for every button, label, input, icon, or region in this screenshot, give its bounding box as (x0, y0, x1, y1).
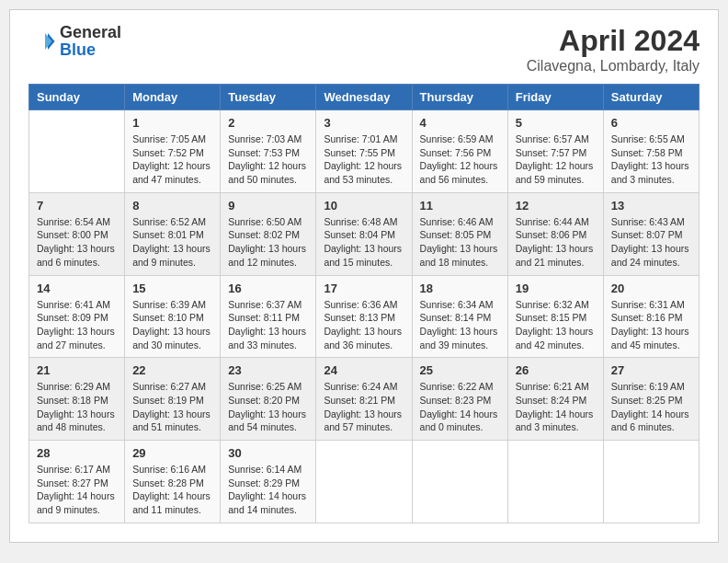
calendar-cell: 2Sunrise: 7:03 AM Sunset: 7:53 PM Daylig… (221, 110, 316, 193)
cell-content: Sunrise: 6:55 AM Sunset: 7:58 PM Dayligh… (611, 132, 691, 187)
calendar-cell: 14Sunrise: 6:41 AM Sunset: 8:09 PM Dayli… (29, 275, 125, 358)
cell-content: Sunrise: 6:14 AM Sunset: 8:29 PM Dayligh… (228, 463, 308, 517)
column-header-friday: Friday (507, 85, 603, 110)
calendar-cell: 30Sunrise: 6:14 AM Sunset: 8:29 PM Dayli… (221, 441, 316, 523)
day-number: 27 (611, 363, 691, 377)
day-number: 23 (228, 363, 308, 377)
week-row-3: 14Sunrise: 6:41 AM Sunset: 8:09 PM Dayli… (29, 275, 700, 358)
day-number: 7 (37, 199, 117, 213)
day-number: 20 (611, 282, 691, 295)
cell-content: Sunrise: 6:57 AM Sunset: 7:57 PM Dayligh… (516, 132, 596, 187)
cell-content: Sunrise: 6:37 AM Sunset: 8:11 PM Dayligh… (228, 298, 308, 352)
column-header-monday: Monday (125, 85, 221, 110)
cell-content: Sunrise: 7:01 AM Sunset: 7:55 PM Dayligh… (324, 132, 404, 187)
day-number: 25 (420, 363, 500, 377)
calendar-cell: 11Sunrise: 6:46 AM Sunset: 8:05 PM Dayli… (412, 192, 507, 275)
cell-content: Sunrise: 6:21 AM Sunset: 8:24 PM Dayligh… (516, 380, 596, 434)
calendar-cell: 23Sunrise: 6:25 AM Sunset: 8:20 PM Dayli… (221, 358, 316, 441)
calendar-cell: 3Sunrise: 7:01 AM Sunset: 7:55 PM Daylig… (316, 110, 412, 193)
column-header-wednesday: Wednesday (316, 85, 412, 110)
day-number: 10 (324, 199, 404, 213)
calendar-cell: 15Sunrise: 6:39 AM Sunset: 8:10 PM Dayli… (125, 275, 221, 358)
day-number: 13 (611, 199, 691, 213)
cell-content: Sunrise: 6:36 AM Sunset: 8:13 PM Dayligh… (324, 298, 404, 352)
day-number: 11 (420, 199, 500, 213)
calendar-cell (316, 441, 412, 523)
column-header-tuesday: Tuesday (221, 85, 316, 110)
calendar-cell: 22Sunrise: 6:27 AM Sunset: 8:19 PM Dayli… (125, 358, 221, 441)
column-header-sunday: Sunday (29, 85, 125, 110)
calendar-cell: 25Sunrise: 6:22 AM Sunset: 8:23 PM Dayli… (412, 358, 507, 441)
calendar-cell: 27Sunrise: 6:19 AM Sunset: 8:25 PM Dayli… (603, 358, 699, 441)
calendar-cell: 1Sunrise: 7:05 AM Sunset: 7:52 PM Daylig… (125, 110, 221, 193)
cell-content: Sunrise: 6:24 AM Sunset: 8:21 PM Dayligh… (324, 380, 404, 434)
cell-content: Sunrise: 6:19 AM Sunset: 8:25 PM Dayligh… (611, 380, 691, 434)
cell-content: Sunrise: 6:41 AM Sunset: 8:09 PM Dayligh… (37, 298, 117, 352)
week-row-1: 1Sunrise: 7:05 AM Sunset: 7:52 PM Daylig… (29, 110, 700, 193)
calendar-cell: 24Sunrise: 6:24 AM Sunset: 8:21 PM Dayli… (316, 358, 412, 441)
cell-content: Sunrise: 6:52 AM Sunset: 8:01 PM Dayligh… (132, 215, 212, 270)
cell-content: Sunrise: 6:39 AM Sunset: 8:10 PM Dayligh… (132, 298, 212, 352)
day-number: 5 (516, 116, 596, 130)
calendar-cell: 28Sunrise: 6:17 AM Sunset: 8:27 PM Dayli… (29, 441, 125, 523)
day-number: 15 (132, 282, 212, 295)
logo-icon (28, 28, 56, 55)
week-row-5: 28Sunrise: 6:17 AM Sunset: 8:27 PM Dayli… (29, 441, 700, 523)
calendar-cell: 16Sunrise: 6:37 AM Sunset: 8:11 PM Dayli… (221, 275, 316, 358)
day-number: 30 (228, 446, 308, 460)
cell-content: Sunrise: 6:16 AM Sunset: 8:28 PM Dayligh… (132, 463, 212, 517)
cell-content: Sunrise: 6:17 AM Sunset: 8:27 PM Dayligh… (37, 463, 117, 517)
column-header-saturday: Saturday (603, 85, 699, 110)
title-section: April 2024 Cilavegna, Lombardy, Italy (527, 24, 700, 75)
calendar-cell: 19Sunrise: 6:32 AM Sunset: 8:15 PM Dayli… (507, 275, 603, 358)
calendar-cell: 5Sunrise: 6:57 AM Sunset: 7:57 PM Daylig… (507, 110, 603, 193)
calendar-cell: 13Sunrise: 6:43 AM Sunset: 8:07 PM Dayli… (603, 192, 699, 275)
cell-content: Sunrise: 7:05 AM Sunset: 7:52 PM Dayligh… (132, 132, 212, 187)
cell-content: Sunrise: 6:32 AM Sunset: 8:15 PM Dayligh… (516, 298, 596, 352)
day-number: 4 (420, 116, 500, 130)
cell-content: Sunrise: 6:59 AM Sunset: 7:56 PM Dayligh… (420, 132, 500, 187)
calendar-cell: 29Sunrise: 6:16 AM Sunset: 8:28 PM Dayli… (125, 441, 221, 523)
cell-content: Sunrise: 6:44 AM Sunset: 8:06 PM Dayligh… (516, 215, 596, 270)
column-header-thursday: Thursday (412, 85, 507, 110)
day-number: 9 (228, 199, 308, 213)
calendar-cell: 20Sunrise: 6:31 AM Sunset: 8:16 PM Dayli… (603, 275, 699, 358)
day-number: 21 (37, 363, 117, 377)
calendar-cell: 12Sunrise: 6:44 AM Sunset: 8:06 PM Dayli… (507, 192, 603, 275)
cell-content: Sunrise: 6:27 AM Sunset: 8:19 PM Dayligh… (132, 380, 212, 434)
cell-content: Sunrise: 6:29 AM Sunset: 8:18 PM Dayligh… (37, 380, 117, 434)
week-row-4: 21Sunrise: 6:29 AM Sunset: 8:18 PM Dayli… (29, 358, 700, 441)
calendar-cell: 21Sunrise: 6:29 AM Sunset: 8:18 PM Dayli… (29, 358, 125, 441)
calendar-cell: 6Sunrise: 6:55 AM Sunset: 7:58 PM Daylig… (603, 110, 699, 193)
logo: General Blue (28, 24, 121, 59)
calendar-container: General Blue April 2024 Cilavegna, Lomba… (9, 9, 719, 543)
calendar-cell: 4Sunrise: 6:59 AM Sunset: 7:56 PM Daylig… (412, 110, 507, 193)
logo-text-blue: Blue (60, 40, 96, 59)
day-number: 24 (324, 363, 404, 377)
cell-content: Sunrise: 6:22 AM Sunset: 8:23 PM Dayligh… (420, 380, 500, 434)
calendar-cell (29, 110, 125, 193)
logo-text-general: General (60, 23, 121, 41)
calendar-cell: 10Sunrise: 6:48 AM Sunset: 8:04 PM Dayli… (316, 192, 412, 275)
calendar-cell: 7Sunrise: 6:54 AM Sunset: 8:00 PM Daylig… (29, 192, 125, 275)
cell-content: Sunrise: 6:31 AM Sunset: 8:16 PM Dayligh… (611, 298, 691, 352)
day-number: 26 (516, 363, 596, 377)
day-number: 1 (132, 116, 212, 130)
day-number: 6 (611, 116, 691, 130)
calendar-table: SundayMondayTuesdayWednesdayThursdayFrid… (28, 84, 700, 523)
day-number: 14 (37, 282, 117, 295)
calendar-cell: 9Sunrise: 6:50 AM Sunset: 8:02 PM Daylig… (221, 192, 316, 275)
calendar-cell (603, 441, 699, 523)
header-row: SundayMondayTuesdayWednesdayThursdayFrid… (29, 85, 700, 110)
cell-content: Sunrise: 6:43 AM Sunset: 8:07 PM Dayligh… (611, 215, 691, 270)
day-number: 3 (324, 116, 404, 130)
day-number: 16 (228, 282, 308, 295)
day-number: 22 (132, 363, 212, 377)
day-number: 2 (228, 116, 308, 130)
month-title: April 2024 (527, 24, 700, 58)
day-number: 29 (132, 446, 212, 460)
calendar-cell (507, 441, 603, 523)
cell-content: Sunrise: 6:34 AM Sunset: 8:14 PM Dayligh… (420, 298, 500, 352)
week-row-2: 7Sunrise: 6:54 AM Sunset: 8:00 PM Daylig… (29, 192, 700, 275)
cell-content: Sunrise: 6:54 AM Sunset: 8:00 PM Dayligh… (37, 215, 117, 270)
